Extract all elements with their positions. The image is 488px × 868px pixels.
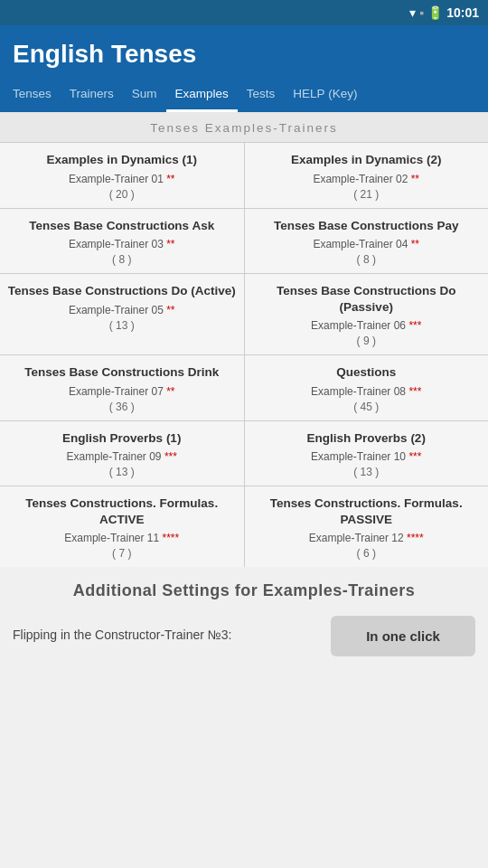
card-8-title: Questions — [336, 364, 396, 381]
card-2-title: Examples in Dynamics (2) — [291, 152, 442, 168]
card-5-title: Tenses Base Constructions Do (Active) — [8, 283, 236, 299]
card-6-title: Tenses Base Constructions Do (Passive) — [252, 283, 482, 315]
app-title: English Tenses — [13, 40, 475, 69]
wifi-icon: ▾ — [409, 5, 416, 20]
card-1-trainer: Example-Trainer 01 ** — [69, 170, 175, 186]
card-11-title: Tenses Constructions. Formulas. ACTIVE — [7, 495, 237, 527]
card-5-count: ( 13 ) — [109, 319, 135, 332]
tab-tests[interactable]: Tests — [238, 80, 285, 112]
card-4-trainer: Example-Trainer 04 ** — [313, 235, 419, 251]
card-7-title: Tenses Base Constructions Drink — [24, 364, 219, 381]
tab-sum[interactable]: Sum — [123, 80, 166, 112]
card-8[interactable]: Questions Example-Trainer 08 *** ( 45 ) — [245, 355, 489, 420]
card-10-trainer: Example-Trainer 10 *** — [311, 448, 421, 464]
card-1[interactable]: Examples in Dynamics (1) Example-Trainer… — [0, 143, 244, 208]
card-7-count: ( 36 ) — [109, 401, 135, 413]
card-11[interactable]: Tenses Constructions. Formulas. ACTIVE E… — [0, 486, 244, 567]
tab-help[interactable]: HELP (Key) — [284, 80, 366, 112]
status-bar: ▾ ▪ 🔋 10:01 — [0, 0, 488, 25]
card-12-count: ( 6 ) — [357, 547, 376, 560]
card-7-trainer: Example-Trainer 07 ** — [69, 382, 175, 399]
additional-settings-section: Additional Settings for Examples-Trainer… — [0, 567, 488, 674]
card-4[interactable]: Tenses Base Constructions Pay Example-Tr… — [245, 209, 489, 274]
card-10-count: ( 13 ) — [353, 466, 379, 478]
card-9[interactable]: English Proverbs (1) Example-Trainer 09 … — [0, 421, 244, 486]
card-3[interactable]: Tenses Base Constructions Ask Example-Tr… — [0, 209, 244, 274]
additional-settings-title: Additional Settings for Examples-Trainer… — [13, 580, 475, 602]
section-header: Tenses Examples-Trainers — [0, 112, 488, 142]
card-12-title: Tenses Constructions. Formulas. PASSIVE — [252, 495, 482, 527]
card-10[interactable]: English Proverbs (2) Example-Trainer 10 … — [245, 421, 489, 486]
card-5[interactable]: Tenses Base Constructions Do (Active) Ex… — [0, 274, 244, 354]
app-header: English Tenses — [0, 25, 488, 80]
card-9-title: English Proverbs (1) — [62, 430, 181, 447]
card-8-trainer: Example-Trainer 08 *** — [311, 382, 421, 399]
card-12-trainer: Example-Trainer 12 **** — [309, 529, 424, 545]
card-5-trainer: Example-Trainer 05 ** — [69, 301, 175, 317]
card-6[interactable]: Tenses Base Constructions Do (Passive) E… — [245, 274, 489, 354]
card-6-count: ( 9 ) — [357, 335, 376, 347]
tab-trainers[interactable]: Trainers — [61, 80, 123, 112]
card-10-title: English Proverbs (2) — [307, 430, 426, 447]
card-11-trainer: Example-Trainer 11 **** — [64, 529, 179, 545]
nav-tabs: Tenses Trainers Sum Examples Tests HELP … — [0, 80, 488, 112]
card-3-title: Tenses Base Constructions Ask — [29, 218, 214, 234]
card-7[interactable]: Tenses Base Constructions Drink Example-… — [0, 355, 244, 420]
sim-icon: ▪ — [419, 5, 424, 20]
battery-icon: 🔋 — [427, 5, 443, 20]
cards-grid: Examples in Dynamics (1) Example-Trainer… — [0, 142, 488, 567]
card-3-count: ( 8 ) — [112, 253, 131, 266]
card-9-trainer: Example-Trainer 09 *** — [67, 448, 177, 464]
status-time: 10:01 — [446, 5, 479, 20]
card-6-trainer: Example-Trainer 06 *** — [311, 316, 421, 333]
card-11-count: ( 7 ) — [112, 547, 131, 560]
card-4-count: ( 8 ) — [357, 253, 376, 266]
constructor-label: Flipping in the Constructor-Trainer №3: — [13, 627, 331, 645]
card-12[interactable]: Tenses Constructions. Formulas. PASSIVE … — [245, 486, 489, 567]
card-2[interactable]: Examples in Dynamics (2) Example-Trainer… — [245, 143, 489, 208]
tab-tenses[interactable]: Tenses — [4, 80, 61, 112]
constructor-row: Flipping in the Constructor-Trainer №3: … — [13, 616, 475, 665]
in-one-click-button[interactable]: In one click — [331, 616, 475, 656]
card-9-count: ( 13 ) — [109, 466, 135, 478]
tab-examples[interactable]: Examples — [166, 80, 238, 112]
card-4-title: Tenses Base Constructions Pay — [274, 218, 459, 234]
card-3-trainer: Example-Trainer 03 ** — [69, 235, 175, 251]
card-2-trainer: Example-Trainer 02 ** — [313, 170, 419, 186]
card-8-count: ( 45 ) — [353, 401, 379, 413]
card-1-count: ( 20 ) — [109, 188, 135, 201]
card-2-count: ( 21 ) — [353, 188, 379, 201]
status-icons: ▾ ▪ 🔋 10:01 — [409, 5, 479, 20]
card-1-title: Examples in Dynamics (1) — [46, 152, 197, 168]
